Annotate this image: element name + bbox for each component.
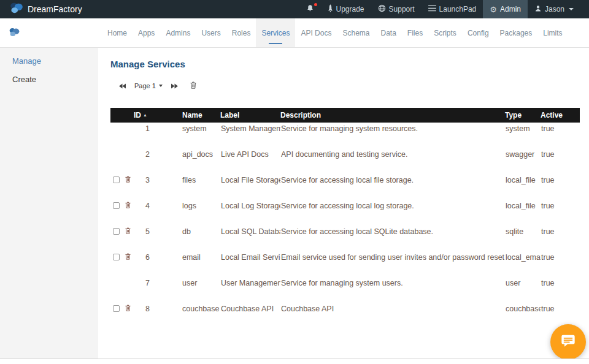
cell-label: User Management xyxy=(220,277,280,303)
cell-label: Local Log Storage xyxy=(220,200,280,226)
cell-label: Local File Storage xyxy=(220,174,280,200)
trash-icon xyxy=(125,202,131,208)
brand[interactable]: DreamFactory xyxy=(0,0,82,18)
col-header-type[interactable]: Type xyxy=(505,108,541,123)
content-layout: ManageCreate Manage Services Page 1 xyxy=(0,48,589,358)
page-selector[interactable]: Page 1 xyxy=(134,82,163,89)
trash-icon xyxy=(125,227,131,234)
services-table: ID▲ Name Label Description Type Active 1… xyxy=(110,108,580,328)
cell-type: user xyxy=(505,277,541,303)
chat-bubble-icon xyxy=(560,333,576,351)
row-select-checkbox[interactable] xyxy=(113,254,120,260)
delete-selected-button[interactable] xyxy=(190,80,196,91)
support-button[interactable]: Support xyxy=(371,0,422,18)
page-title: Manage Services xyxy=(110,59,580,70)
admin-label: Admin xyxy=(500,5,521,13)
notification-dot xyxy=(314,3,317,6)
cell-active: true xyxy=(541,226,580,251)
cell-description: Service for accessing local file storage… xyxy=(280,174,505,200)
main-panel: Manage Services Page 1 xyxy=(98,48,589,358)
cell-label: Couchbase API xyxy=(220,303,280,328)
row-delete-button[interactable] xyxy=(125,305,131,313)
caret-down-icon xyxy=(569,8,574,10)
cell-label: System Management xyxy=(220,123,280,148)
tab-scripts[interactable]: Scripts xyxy=(428,18,462,47)
row-select-checkbox[interactable] xyxy=(113,228,120,235)
upgrade-button[interactable]: Upgrade xyxy=(321,0,371,18)
trash-icon xyxy=(125,253,131,260)
cell-active: true xyxy=(541,174,580,200)
cell-description: Service for accessing local log storage. xyxy=(280,200,505,226)
row-select-checkbox[interactable] xyxy=(113,305,120,312)
support-label: Support xyxy=(389,5,415,13)
cell-name: files xyxy=(156,174,220,200)
row-delete-button[interactable] xyxy=(125,253,131,262)
row-delete-button[interactable] xyxy=(125,202,131,210)
row-delete-button[interactable] xyxy=(125,227,131,236)
cell-name: logs xyxy=(156,200,220,226)
user-menu-button[interactable]: Jason xyxy=(528,0,580,18)
services-section-icon xyxy=(9,28,20,39)
cell-name: system xyxy=(156,123,220,148)
tab-admins[interactable]: Admins xyxy=(160,18,196,47)
cell-id: 2 xyxy=(134,148,156,174)
col-header-name[interactable]: Name xyxy=(156,108,220,123)
list-icon xyxy=(428,5,436,13)
tab-services[interactable]: Services xyxy=(256,18,295,47)
table-row: 3 files Local File Storage Service for a… xyxy=(110,174,580,200)
cell-id: 3 xyxy=(134,174,156,200)
tab-limits[interactable]: Limits xyxy=(537,18,568,47)
cell-type: system xyxy=(505,123,541,148)
row-delete-button[interactable] xyxy=(125,176,131,184)
col-header-active[interactable]: Active xyxy=(541,108,580,123)
tab-apps[interactable]: Apps xyxy=(133,18,160,47)
notifications-button[interactable] xyxy=(299,0,321,18)
cell-active: true xyxy=(541,123,580,148)
cell-name: db xyxy=(156,226,220,251)
tab-home[interactable]: Home xyxy=(102,18,133,47)
tab-data[interactable]: Data xyxy=(375,18,401,47)
cell-active: true xyxy=(541,148,580,174)
last-page-button[interactable] xyxy=(171,80,178,91)
chat-launcher-button[interactable] xyxy=(550,324,586,360)
cell-id: 6 xyxy=(134,251,156,277)
upgrade-label: Upgrade xyxy=(336,5,364,13)
page-caret-icon xyxy=(159,85,163,87)
tab-api-docs[interactable]: API Docs xyxy=(295,18,337,47)
sidebar-item-manage[interactable]: Manage xyxy=(0,52,98,70)
cell-label: Local Email Service xyxy=(220,251,280,277)
launchpad-button[interactable]: LaunchPad xyxy=(422,0,483,18)
col-header-id[interactable]: ID▲ xyxy=(134,108,156,123)
globe-icon xyxy=(378,4,386,14)
col-header-select xyxy=(110,108,121,123)
first-page-button[interactable] xyxy=(119,80,126,91)
tab-config[interactable]: Config xyxy=(462,18,495,47)
admin-button[interactable]: ⚙ Admin xyxy=(483,0,528,18)
tab-schema[interactable]: Schema xyxy=(337,18,375,47)
sidebar-item-create[interactable]: Create xyxy=(0,70,98,89)
cell-active: true xyxy=(541,200,580,226)
launchpad-label: LaunchPad xyxy=(439,5,477,13)
cell-type: swagger xyxy=(505,148,541,174)
last-page-icon xyxy=(171,80,178,91)
row-select-checkbox[interactable] xyxy=(113,176,120,183)
row-select-checkbox[interactable] xyxy=(113,202,120,209)
tab-users[interactable]: Users xyxy=(196,18,226,47)
col-header-label[interactable]: Label xyxy=(220,108,280,123)
user-icon xyxy=(534,5,542,14)
tab-roles[interactable]: Roles xyxy=(226,18,256,47)
bell-icon xyxy=(306,4,314,14)
tab-packages[interactable]: Packages xyxy=(495,18,538,47)
brand-name: DreamFactory xyxy=(28,4,82,14)
user-name-label: Jason xyxy=(545,5,564,13)
trash-icon xyxy=(125,176,131,183)
cell-label: Live API Docs xyxy=(220,148,280,174)
tab-files[interactable]: Files xyxy=(402,18,428,47)
cell-id: 8 xyxy=(134,303,156,328)
topbar: DreamFactory Upgrade xyxy=(0,0,589,18)
pagination-toolbar: Page 1 xyxy=(119,81,580,90)
table-row: 6 email Local Email Service Email servic… xyxy=(110,251,580,277)
cell-type: couchbase xyxy=(505,303,541,328)
cell-description: Couchbase API xyxy=(280,303,505,328)
col-header-description[interactable]: Description xyxy=(280,108,505,123)
